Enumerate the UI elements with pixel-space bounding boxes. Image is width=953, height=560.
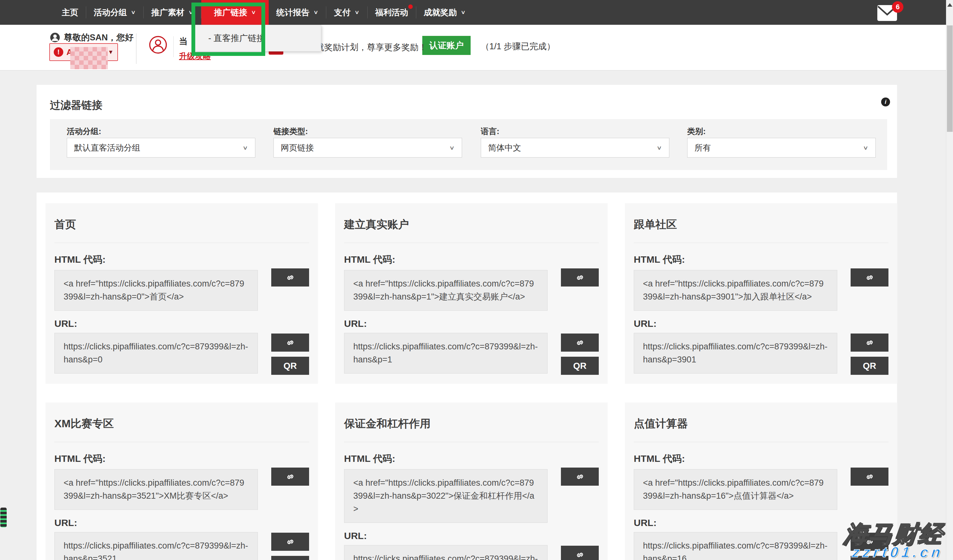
copy-url-button[interactable]	[271, 533, 309, 551]
url-row: URL: https://clicks.pipaffiliates.com/c?…	[634, 517, 888, 560]
html-code-box[interactable]: <a href="https://clicks.pipaffiliates.co…	[634, 469, 837, 510]
promo-links-section: 首页 HTML 代码: <a href="https://clicks.pipa…	[37, 192, 897, 560]
campaign-group-select[interactable]: 默认直客活动分组	[67, 138, 255, 158]
user-icon	[50, 32, 60, 43]
chevron-down-icon	[251, 9, 256, 15]
nav-item-campaign-groups[interactable]: 活动分组	[86, 0, 143, 25]
copy-link-button[interactable]	[561, 467, 599, 486]
alert-icon	[54, 47, 63, 57]
filter-label: 语言:	[481, 126, 499, 136]
scroll-up-arrow-icon[interactable]	[947, 3, 952, 7]
card-title: 保证金和杠杆作用	[344, 414, 599, 431]
chain-link-icon	[575, 550, 585, 560]
card-title: 点值计算器	[634, 414, 888, 431]
url-box[interactable]: https://clicks.pipaffiliates.com/c?c=879…	[344, 333, 548, 374]
vertical-scrollbar[interactable]	[946, 0, 953, 560]
language-select[interactable]: 简体中文	[481, 138, 669, 158]
html-code-label: HTML 代码:	[344, 452, 548, 465]
selected-value: 所有	[694, 142, 711, 153]
copy-url-button[interactable]	[851, 334, 888, 352]
copy-url-button[interactable]	[561, 334, 599, 352]
html-code-box[interactable]: <a href="https://clicks.pipaffiliates.co…	[344, 270, 548, 311]
filter-label: 类别:	[687, 126, 706, 136]
promo-link-card: 跟单社区 HTML 代码: <a href="https://clicks.pi…	[625, 203, 897, 384]
qr-code-button[interactable]: QR	[851, 556, 888, 560]
chevron-down-icon	[354, 9, 359, 15]
link-type-select[interactable]: 网页链接	[273, 138, 462, 158]
upgrade-guide-link[interactable]: 升级攻略	[179, 51, 211, 61]
html-code-row: HTML 代码: <a href="https://clicks.pipaffi…	[344, 253, 599, 311]
filter-label: 活动分组:	[67, 126, 101, 136]
card-divider	[634, 243, 888, 243]
verify-account-button[interactable]: 认证账户	[422, 36, 470, 55]
chain-link-icon	[285, 338, 295, 348]
chain-link-icon	[285, 472, 295, 482]
card-title: XM比赛专区	[54, 414, 309, 431]
user-greeting: 尊敬的SAN，您好	[50, 32, 133, 43]
html-code-label: HTML 代码:	[54, 452, 258, 465]
html-code-box[interactable]: <a href="https://clicks.pipaffiliates.co…	[54, 270, 258, 311]
category-select[interactable]: 所有	[687, 138, 876, 158]
current-level-text: 当	[179, 36, 188, 47]
url-box[interactable]: https://clicks.pipaffiliates.com/c?c=879…	[634, 532, 837, 560]
copy-url-button[interactable]	[271, 334, 309, 352]
copy-link-button[interactable]	[851, 268, 888, 286]
scrollbar-marker-widget	[0, 507, 7, 527]
url-box[interactable]: https://clicks.pipaffiliates.com/c?c=879…	[54, 532, 258, 560]
promo-links-dropdown: - 直客推广链接	[194, 25, 321, 51]
nav-item-statistics-reports[interactable]: 统计报告	[269, 0, 326, 25]
card-title: 建立真实账户	[344, 215, 599, 232]
mail-inbox-button[interactable]: 6	[877, 4, 899, 22]
nav-item-promo-materials[interactable]: 推广素材	[144, 0, 201, 25]
scrollbar-thumb[interactable]	[947, 25, 953, 132]
url-row: URL: https://clicks.pipaffiliates.com/c?…	[344, 531, 599, 560]
nav-item-welfare-activity[interactable]: 福利活动	[368, 0, 416, 25]
level-avatar-icon	[149, 36, 167, 54]
info-icon[interactable]	[881, 97, 890, 107]
html-code-box[interactable]: <a href="https://clicks.pipaffiliates.co…	[344, 469, 548, 523]
copy-link-button[interactable]	[271, 467, 309, 486]
url-row: URL: https://clicks.pipaffiliates.com/c?…	[344, 318, 599, 375]
url-label: URL:	[344, 531, 548, 541]
url-label: URL:	[54, 517, 258, 528]
url-box[interactable]: https://clicks.pipaffiliates.com/c?c=879…	[54, 333, 258, 374]
filter-bar: 活动分组: 默认直客活动分组 链接类型: 网页链接 语言: 简体中文 类别: 所…	[50, 119, 887, 170]
nav-item-payments[interactable]: 支付	[326, 0, 367, 25]
html-code-box[interactable]: <a href="https://clicks.pipaffiliates.co…	[54, 469, 258, 510]
url-box[interactable]: https://clicks.pipaffiliates.com/c?c=879…	[344, 545, 548, 560]
chevron-down-icon	[313, 9, 318, 15]
url-row: URL: https://clicks.pipaffiliates.com/c?…	[634, 318, 888, 375]
account-selector[interactable]: A	[49, 43, 118, 61]
chain-link-icon	[575, 338, 585, 348]
qr-code-button[interactable]: QR	[561, 357, 599, 375]
nav-item-promo-links[interactable]: 推广链接	[201, 0, 269, 25]
html-code-row: HTML 代码: <a href="https://clicks.pipaffi…	[54, 452, 309, 510]
copy-link-button[interactable]	[271, 268, 309, 286]
nav-item-achievement-rewards[interactable]: 成就奖励	[416, 0, 473, 25]
copy-url-button[interactable]	[851, 533, 888, 551]
section-title: 过滤器链接	[50, 98, 102, 113]
chevron-down-icon	[461, 9, 466, 15]
qr-code-button[interactable]: QR	[271, 556, 309, 560]
chain-link-icon	[285, 272, 295, 283]
chain-link-icon	[865, 472, 875, 482]
chain-link-icon	[575, 272, 585, 283]
qr-code-button[interactable]: QR	[851, 357, 888, 375]
copy-link-button[interactable]	[561, 268, 599, 286]
nav-item-label: 统计报告	[276, 7, 309, 18]
html-code-label: HTML 代码:	[344, 253, 548, 266]
chevron-down-icon	[188, 9, 193, 15]
dropdown-item-direct-promo-link[interactable]: - 直客推广链接	[208, 32, 265, 44]
filter-links-section: 过滤器链接 活动分组: 默认直客活动分组 链接类型: 网页链接 语言: 简体中文	[37, 85, 897, 178]
nav-item-label: 主页	[62, 7, 78, 18]
html-code-label: HTML 代码:	[634, 253, 837, 266]
url-label: URL:	[344, 318, 548, 329]
url-box[interactable]: https://clicks.pipaffiliates.com/c?c=879…	[634, 333, 837, 374]
steps-completed-text: （1/1 步骤已完成）	[481, 41, 555, 52]
html-code-box[interactable]: <a href="https://clicks.pipaffiliates.co…	[634, 270, 837, 311]
card-title: 跟单社区	[634, 215, 888, 232]
copy-url-button[interactable]	[561, 546, 599, 560]
copy-link-button[interactable]	[851, 467, 888, 486]
nav-item-home[interactable]: 主页	[54, 0, 86, 25]
qr-code-button[interactable]: QR	[271, 357, 309, 375]
